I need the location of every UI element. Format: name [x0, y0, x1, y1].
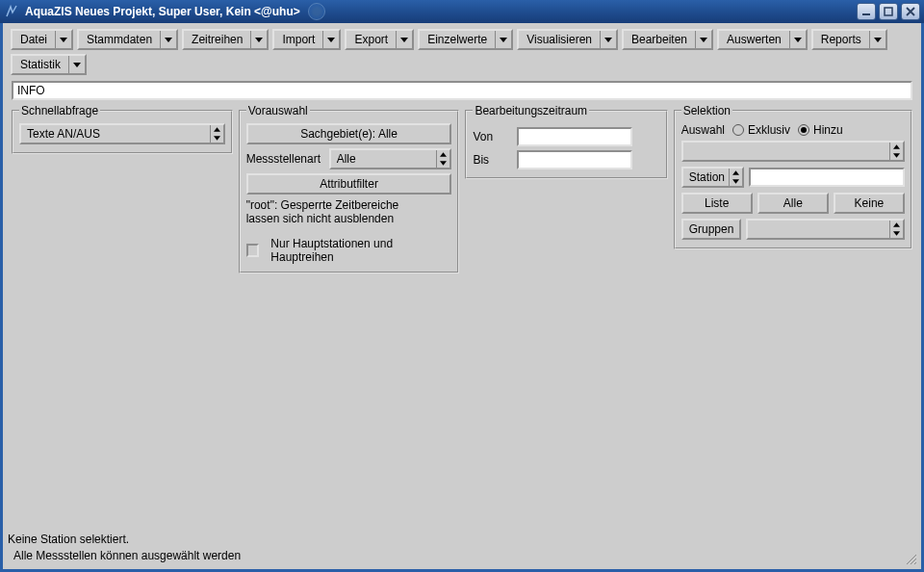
station-input[interactable] [749, 168, 905, 187]
status-line2: Alle Messstellen können ausgewählt werde… [8, 549, 914, 562]
updown-icon[interactable] [436, 150, 449, 168]
main-frame: Datei Stammdaten Zeitreihen Import Expor… [0, 23, 924, 572]
chevron-down-icon[interactable] [69, 56, 85, 73]
chevron-down-icon[interactable] [251, 31, 267, 48]
menu-einzelwerte[interactable]: Einzelwerte [418, 29, 513, 50]
liste-button[interactable]: Liste [681, 193, 753, 214]
menu-bearbeiten[interactable]: Bearbeiten [622, 29, 713, 50]
close-button[interactable] [901, 3, 920, 20]
hinzu-label: Hinzu [813, 123, 843, 137]
panel-bearbeitungszeitraum: Bearbeitungszeitraum Von Bis [465, 104, 667, 179]
menu-reports[interactable]: Reports [811, 29, 887, 50]
menu-export[interactable]: Export [345, 29, 414, 50]
info-input[interactable] [12, 81, 912, 100]
updown-icon[interactable] [889, 221, 903, 238]
chevron-down-icon[interactable] [790, 31, 806, 48]
updown-icon[interactable] [210, 125, 223, 143]
menu-import[interactable]: Import [272, 29, 341, 50]
vorauswahl-legend: Vorauswahl [246, 104, 310, 117]
work-area: Schnellabfrage Texte AN/AUS Vorauswahl S… [3, 104, 921, 273]
messstellenart-combo[interactable]: Alle [329, 148, 452, 169]
bearbeitungszeitraum-legend: Bearbeitungszeitraum [473, 104, 589, 117]
schnellabfrage-legend: Schnellabfrage [19, 104, 100, 117]
panel-selektion: Selektion Auswahl Exklusiv Hinzu [674, 104, 912, 249]
exklusiv-label: Exklusiv [748, 123, 790, 137]
chevron-down-icon[interactable] [56, 31, 71, 48]
maximize-button[interactable] [879, 3, 898, 20]
radio-hinzu[interactable]: Hinzu [798, 123, 843, 137]
vorauswahl-note1: "root": Gesperrte Zeitbereiche [246, 198, 399, 212]
selektion-combo[interactable] [681, 141, 905, 162]
gruppen-button[interactable]: Gruppen [681, 219, 742, 240]
menu-visualisieren[interactable]: Visualisieren [517, 29, 618, 50]
gruppen-combo[interactable] [746, 219, 905, 240]
hauptstationen-label: Nur Hauptstationen und Hauptreihen [270, 237, 451, 264]
selektion-combo-value [683, 143, 889, 160]
bis-input[interactable] [517, 150, 632, 169]
menu-statistik[interactable]: Statistik [11, 54, 87, 75]
status-bar: Keine Station selektiert. Alle Messstell… [6, 531, 918, 566]
radio-exklusiv[interactable]: Exklusiv [732, 123, 790, 137]
bis-label: Bis [473, 153, 511, 167]
alle-button[interactable]: Alle [757, 193, 829, 214]
chevron-down-icon[interactable] [397, 31, 412, 48]
minimize-button[interactable] [857, 3, 876, 20]
titlebar: AquaZIS Neues Projekt, Super User, Kein … [0, 0, 924, 23]
menu-stammdaten[interactable]: Stammdaten [77, 29, 178, 50]
chevron-down-icon[interactable] [323, 31, 339, 48]
chevron-down-icon[interactable] [696, 31, 711, 48]
sachgebiet-button[interactable]: Sachgebiet(e): Alle [246, 123, 452, 144]
app-icon [4, 4, 19, 19]
messstellenart-value: Alle [331, 150, 437, 168]
menubar: Datei Stammdaten Zeitreihen Import Expor… [3, 23, 921, 79]
schnellabfrage-combo-value: Texte AN/AUS [21, 125, 210, 143]
schnellabfrage-combo[interactable]: Texte AN/AUS [19, 123, 225, 144]
status-line1: Keine Station selektiert. [8, 533, 914, 546]
messstellenart-label: Messstellenart [246, 152, 323, 166]
attributfilter-button[interactable]: Attributfilter [246, 173, 452, 195]
chevron-down-icon[interactable] [496, 31, 511, 48]
svg-line-4 [914, 562, 916, 564]
station-button[interactable]: Station [681, 167, 744, 188]
chevron-down-icon[interactable] [601, 31, 616, 48]
menu-auswerten[interactable]: Auswerten [717, 29, 808, 50]
resize-grip[interactable] [904, 552, 917, 565]
chevron-down-icon[interactable] [870, 31, 886, 48]
keine-button[interactable]: Keine [834, 193, 905, 214]
selektion-legend: Selektion [681, 104, 732, 117]
window-title: AquaZIS Neues Projekt, Super User, Kein … [25, 5, 300, 18]
hauptstationen-checkbox[interactable] [246, 244, 260, 257]
info-row [12, 81, 912, 100]
von-label: Von [473, 130, 511, 143]
svg-rect-0 [862, 13, 870, 15]
chevron-down-icon[interactable] [161, 31, 176, 48]
suse-icon [308, 3, 325, 20]
auswahl-label: Auswahl [681, 123, 725, 137]
updown-icon[interactable] [889, 143, 903, 160]
menu-datei[interactable]: Datei [11, 29, 73, 50]
gruppen-combo-value [748, 221, 889, 238]
panel-vorauswahl: Vorauswahl Sachgebiet(e): Alle Messstell… [239, 104, 460, 273]
svg-rect-1 [885, 8, 892, 15]
vorauswahl-note2: lassen sich nicht ausblenden [246, 212, 394, 225]
updown-icon[interactable] [729, 169, 742, 186]
menu-zeitreihen[interactable]: Zeitreihen [182, 29, 269, 50]
panel-schnellabfrage: Schnellabfrage Texte AN/AUS [12, 104, 233, 154]
von-input[interactable] [517, 127, 632, 146]
